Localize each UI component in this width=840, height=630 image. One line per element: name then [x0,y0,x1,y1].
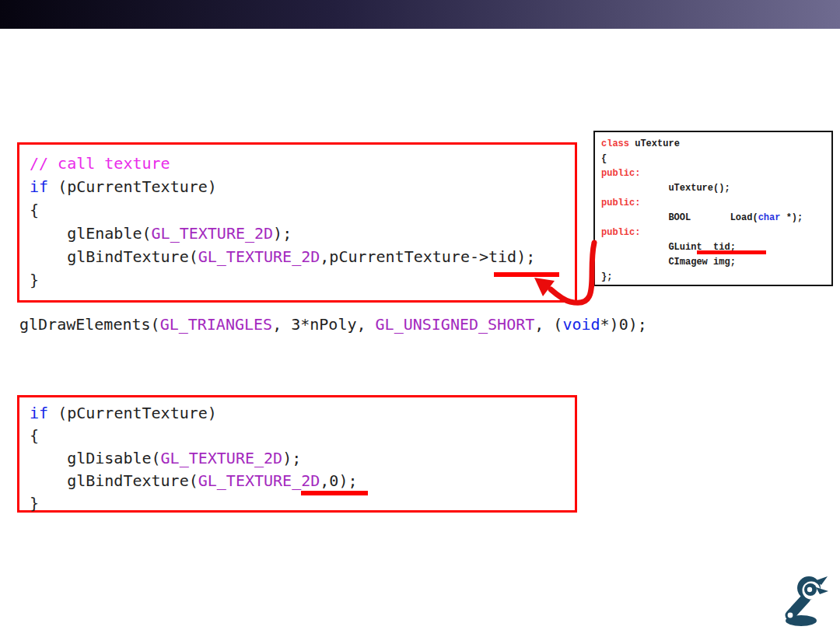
code-line: if (pCurrentTexture) [30,175,575,198]
code-line: { [30,425,575,447]
code-line: } [30,492,575,515]
robot-arm-logo-icon [779,572,830,627]
code-line: { [601,152,831,166]
code-line: BOOL Load(char *); [601,211,831,226]
code-line: }; [601,270,831,285]
draw-elements-code-line: glDrawElements(GL_TRIANGLES, 3*nPoly, GL… [19,313,647,336]
red-underline-annotation [697,250,766,254]
code-line: { [30,198,575,222]
class-definition-box: class uTexture{public: uTexture();public… [593,131,833,286]
code-line: class uTexture [601,137,831,152]
code-line: public: [601,196,831,211]
code-line: uTexture(); [601,181,831,196]
code-line: public: [601,166,831,181]
code-line: // call texture [30,152,575,175]
code-line: CImagew img; [601,255,831,270]
code-line: } [30,268,575,292]
code-line: glEnable(GL_TEXTURE_2D); [30,222,575,245]
code-line: if (pCurrentTexture) [30,402,575,425]
code-line: glDisable(GL_TEXTURE_2D); [30,447,575,470]
title-bar-gradient [0,0,840,29]
code-line: public: [601,226,831,240]
slide: // call textureif (pCurrentTexture){ glE… [0,0,840,630]
code-box-call-texture: // call textureif (pCurrentTexture){ glE… [17,142,577,303]
code-line: glDrawElements(GL_TRIANGLES, 3*nPoly, GL… [19,313,647,336]
code-line: glBindTexture(GL_TEXTURE_2D,pCurrentText… [30,245,575,268]
red-underline-annotation [494,272,559,277]
code-box-disable-texture: if (pCurrentTexture){ glDisable(GL_TEXTU… [17,395,577,513]
red-underline-annotation [301,491,368,495]
code-line: glBindTexture(GL_TEXTURE_2D,0); [30,470,575,492]
